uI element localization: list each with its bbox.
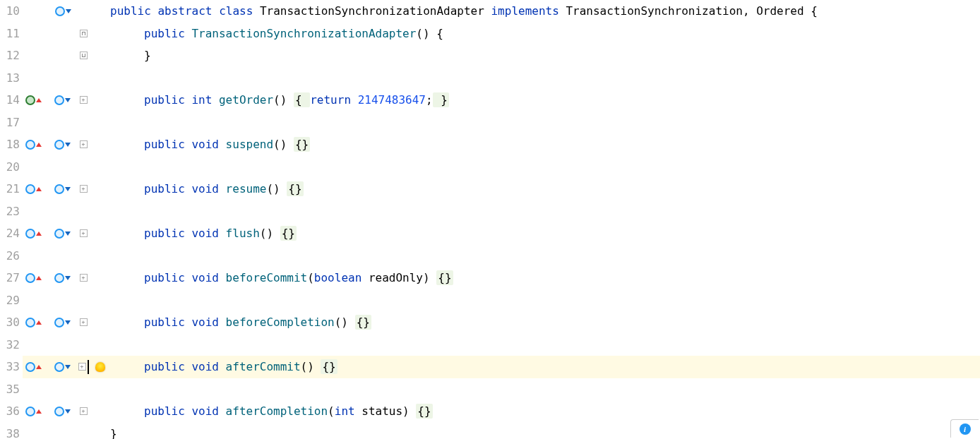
gutter-markers[interactable] bbox=[23, 6, 76, 16]
fold-gutter[interactable]: + bbox=[76, 318, 90, 326]
code-line[interactable]: 20 bbox=[0, 156, 980, 179]
gutter-markers[interactable] bbox=[23, 184, 76, 194]
code-editor[interactable]: 10public abstract class TransactionSynch… bbox=[0, 0, 980, 439]
code-line[interactable]: 33+ public void afterCommit() {} bbox=[0, 356, 980, 378]
code-line[interactable]: 29 bbox=[0, 289, 980, 312]
implementation-icon[interactable] bbox=[54, 318, 71, 327]
implementation-icon[interactable] bbox=[54, 140, 71, 150]
implementation-icon[interactable] bbox=[54, 184, 71, 194]
fold-expand-icon[interactable]: + bbox=[80, 96, 88, 104]
overrides-icon[interactable] bbox=[25, 140, 42, 150]
code-text[interactable]: public TransactionSynchronizationAdapter… bbox=[110, 23, 980, 45]
fold-expand-icon[interactable]: + bbox=[80, 274, 88, 282]
fold-expand-icon[interactable]: + bbox=[78, 363, 86, 371]
line-number[interactable]: 11 bbox=[0, 23, 23, 45]
code-line[interactable]: 32 bbox=[0, 334, 980, 356]
fold-gutter[interactable]: + bbox=[76, 140, 90, 148]
scrollbar[interactable] bbox=[970, 0, 980, 418]
line-number[interactable]: 17 bbox=[0, 112, 23, 134]
fold-region-end-icon[interactable] bbox=[80, 52, 88, 59]
implementation-icon[interactable] bbox=[54, 273, 71, 283]
implementation-icon[interactable] bbox=[54, 95, 71, 105]
line-number[interactable]: 13 bbox=[0, 67, 23, 90]
line-number[interactable]: 35 bbox=[0, 378, 23, 401]
code-text[interactable]: } bbox=[110, 423, 980, 440]
implementation-icon[interactable] bbox=[55, 6, 71, 16]
fold-gutter[interactable]: + bbox=[76, 274, 90, 282]
code-text[interactable]: public void resume() {} bbox=[110, 178, 980, 200]
code-text[interactable]: public void beforeCommit(boolean readOnl… bbox=[110, 267, 980, 289]
code-line[interactable]: 38} bbox=[0, 423, 980, 440]
implementation-icon[interactable] bbox=[54, 407, 71, 416]
code-line[interactable]: 17 bbox=[0, 112, 980, 134]
fold-gutter[interactable]: + bbox=[76, 360, 90, 374]
code-line[interactable]: 27+ public void beforeCommit(boolean rea… bbox=[0, 267, 980, 289]
code-text[interactable]: public void flush() {} bbox=[110, 222, 980, 245]
line-number[interactable]: 24 bbox=[0, 222, 23, 245]
code-line[interactable]: 24+ public void flush() {} bbox=[0, 222, 980, 245]
line-number[interactable]: 29 bbox=[0, 289, 23, 312]
fold-gutter[interactable] bbox=[76, 52, 90, 59]
overrides-icon[interactable] bbox=[25, 318, 42, 327]
line-number[interactable]: 27 bbox=[0, 267, 23, 289]
line-number[interactable]: 10 bbox=[0, 0, 23, 23]
implementation-icon[interactable] bbox=[54, 362, 71, 372]
lightbulb-icon[interactable] bbox=[95, 362, 105, 372]
fold-expand-icon[interactable]: + bbox=[80, 407, 88, 415]
overrides-icon[interactable] bbox=[25, 184, 42, 194]
gutter-markers[interactable] bbox=[23, 318, 76, 327]
line-number[interactable]: 30 bbox=[0, 311, 23, 334]
overrides-icon[interactable] bbox=[25, 229, 42, 239]
code-line[interactable]: 35 bbox=[0, 378, 980, 401]
line-number[interactable]: 23 bbox=[0, 200, 23, 223]
line-number[interactable]: 33 bbox=[0, 356, 23, 378]
code-line[interactable]: 26 bbox=[0, 245, 980, 267]
code-text[interactable]: } bbox=[110, 44, 980, 67]
code-line[interactable]: 21+ public void resume() {} bbox=[0, 178, 980, 200]
gutter-markers[interactable] bbox=[23, 362, 76, 372]
gutter-markers[interactable] bbox=[23, 140, 76, 150]
fold-expand-icon[interactable]: + bbox=[80, 140, 88, 148]
code-line[interactable]: 23 bbox=[0, 200, 980, 223]
code-text[interactable]: public void suspend() {} bbox=[110, 133, 980, 156]
code-line[interactable]: 18+ public void suspend() {} bbox=[0, 133, 980, 156]
code-text[interactable]: public void afterCompletion(int status) … bbox=[110, 400, 980, 423]
gutter-markers[interactable] bbox=[23, 273, 76, 283]
code-line[interactable]: 12 } bbox=[0, 44, 980, 67]
fold-expand-icon[interactable]: + bbox=[80, 229, 88, 237]
line-number[interactable]: 12 bbox=[0, 44, 23, 67]
code-line[interactable]: 36+ public void afterCompletion(int stat… bbox=[0, 400, 980, 423]
line-number[interactable]: 21 bbox=[0, 178, 23, 200]
implementation-icon[interactable] bbox=[54, 229, 71, 239]
fold-gutter[interactable]: + bbox=[76, 185, 90, 193]
gutter-markers[interactable] bbox=[23, 407, 76, 416]
info-badge[interactable]: i bbox=[950, 419, 979, 438]
line-number[interactable]: 36 bbox=[0, 400, 23, 423]
code-text[interactable]: public void beforeCompletion() {} bbox=[110, 311, 980, 334]
line-number[interactable]: 14 bbox=[0, 89, 23, 112]
code-text[interactable]: public abstract class TransactionSynchro… bbox=[110, 0, 980, 23]
code-line[interactable]: 11 public TransactionSynchronizationAdap… bbox=[0, 23, 980, 45]
fold-expand-icon[interactable]: + bbox=[80, 318, 88, 326]
code-line[interactable]: 13 bbox=[0, 67, 980, 90]
line-number[interactable]: 20 bbox=[0, 156, 23, 179]
code-text[interactable]: public void afterCommit() {} bbox=[110, 356, 980, 378]
fold-expand-icon[interactable]: + bbox=[80, 185, 88, 193]
code-line[interactable]: 30+ public void beforeCompletion() {} bbox=[0, 311, 980, 334]
line-number[interactable]: 38 bbox=[0, 423, 23, 440]
line-number[interactable]: 26 bbox=[0, 245, 23, 267]
code-line[interactable]: 14+ public int getOrder() { return 21474… bbox=[0, 89, 980, 112]
overrides-icon[interactable] bbox=[25, 273, 42, 283]
fold-gutter[interactable]: + bbox=[76, 96, 90, 104]
gutter-markers[interactable] bbox=[23, 229, 76, 239]
overrides-icon[interactable] bbox=[25, 407, 42, 416]
fold-gutter[interactable] bbox=[76, 30, 90, 37]
fold-region-start-icon[interactable] bbox=[80, 30, 88, 37]
gutter-markers[interactable] bbox=[23, 95, 76, 105]
fold-gutter[interactable]: + bbox=[76, 229, 90, 237]
overrides-icon[interactable] bbox=[25, 95, 42, 105]
code-line[interactable]: 10public abstract class TransactionSynch… bbox=[0, 0, 980, 23]
fold-gutter[interactable]: + bbox=[76, 407, 90, 415]
overrides-icon[interactable] bbox=[25, 362, 42, 372]
code-text[interactable]: public int getOrder() { return 214748364… bbox=[110, 89, 980, 112]
